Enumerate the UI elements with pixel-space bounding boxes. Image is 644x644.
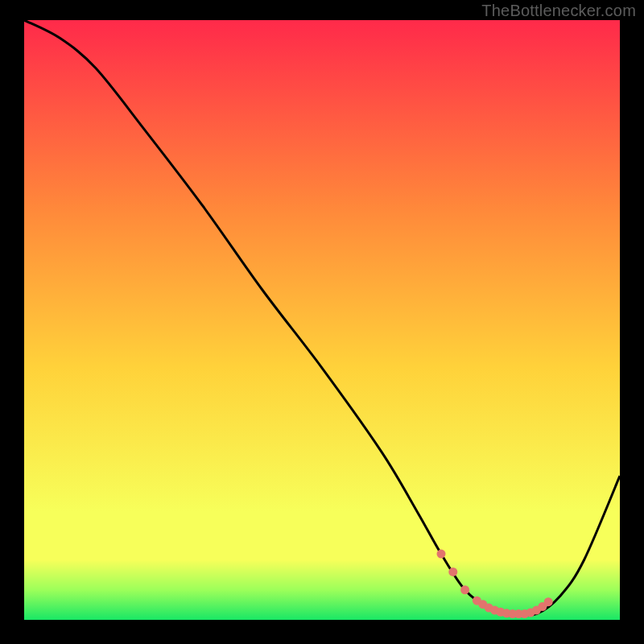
plot-area xyxy=(24,20,620,620)
watermark-text: TheBottlenecker.com xyxy=(481,2,636,20)
chart-frame: TheBottlenecker.com xyxy=(0,0,644,644)
optimal-dot xyxy=(460,585,469,594)
bottleneck-chart xyxy=(24,20,620,620)
optimal-dot xyxy=(437,550,446,559)
optimal-dot xyxy=(448,568,457,576)
gradient-background xyxy=(24,20,620,620)
optimal-dot xyxy=(544,597,553,606)
